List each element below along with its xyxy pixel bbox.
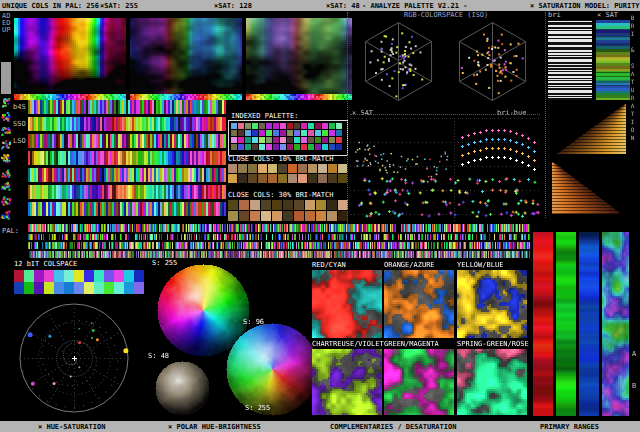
palette-tick-band (28, 224, 530, 258)
hue-sat-map-128 (130, 18, 242, 100)
saturation-stripes (596, 20, 630, 100)
sort-label-b4s: b4S (13, 103, 26, 111)
toolbar-icons[interactable] (1, 98, 12, 224)
sphere-label-48: S: 48 (148, 352, 169, 360)
comp-map-red-cyan (312, 270, 382, 338)
brightness-stripes (548, 20, 592, 100)
primary-ranges-plot (533, 232, 629, 416)
rgb-colorspace-iso-plot (352, 18, 540, 102)
complementaries-label: COMPLEMENTARIES / DESATURATION (330, 423, 456, 431)
comp-title-green-magenta: GREEN/MAGENTA (384, 340, 439, 348)
saturation-model-toggle[interactable]: × SATURATION MODEL: PURITY (530, 2, 640, 10)
up-button[interactable]: UP (2, 26, 10, 34)
analyze-palette-app: UNIQUE COLS IN PAL: 256 ×SAT: 255 ×SAT: … (0, 0, 640, 432)
sort-label-lso: LSO (13, 137, 26, 145)
bri-column-title: bri (548, 11, 561, 19)
divider-horizontal (350, 114, 540, 115)
primary-axis-a: A (632, 350, 636, 358)
bri-saturation-vertical-label: BRI & SATURATION (629, 14, 635, 219)
pal-label: PAL: (2, 227, 19, 235)
primary-ranges-label: PRIMARY RANGES (540, 423, 599, 431)
comp-map-green-magenta (384, 349, 454, 415)
sat-bri-hue-scatter (350, 118, 542, 222)
sorted-palette-bands (28, 100, 226, 219)
close-cols-10-swatches (228, 164, 348, 185)
colspace-12bit-grid (14, 270, 144, 294)
sort-label-sso: SSO (13, 120, 26, 128)
unique-cols-label: UNIQUE COLS IN PAL: 256 (2, 2, 99, 10)
top-bar: UNIQUE COLS IN PAL: 256 ×SAT: 255 ×SAT: … (0, 0, 640, 11)
comp-map-spring-green-rose (457, 349, 527, 415)
comp-title-red-cyan: RED/CYAN (312, 261, 346, 269)
sat-255-toggle[interactable]: ×SAT: 255 (100, 2, 138, 10)
sat-128-toggle[interactable]: ×SAT: 128 (214, 2, 252, 10)
comp-map-yellow-blue (457, 270, 527, 338)
close-cols-30-title: CLOSE COLS: 30% BRI-MATCH (228, 191, 333, 199)
comp-title-chartreuse-violet: CHARTREUSE/VIOLET (312, 340, 384, 348)
hue-sat-map-48 (246, 18, 358, 100)
comp-title-yellow-blue: YELLOW/BLUE (457, 261, 503, 269)
hue-brightness-sphere-48 (153, 360, 211, 416)
close-cols-30-swatches (228, 200, 348, 221)
indexed-palette-grid (230, 122, 344, 152)
comp-map-orange-azure (384, 270, 454, 338)
hue-saturation-toggle[interactable]: × HUE-SATURATION (38, 423, 105, 431)
sat-48-toggle[interactable]: ×SAT: 48 (326, 2, 360, 10)
divider-vertical-left (347, 12, 348, 224)
comp-title-orange-azure: ORANGE/AZURE (384, 261, 435, 269)
toolbar-swatch (1, 62, 11, 94)
hue-sat-map-255 (14, 18, 126, 100)
hue-saturation-polar-plot (8, 298, 142, 416)
colspace-title: 12 bIT COLSPACE (14, 260, 77, 268)
indexed-palette-title: INDEXED PALETTE: (231, 112, 298, 120)
close-cols-10-title: CLOSE COLS: 10% BRI-MATCH (228, 155, 333, 163)
bri-sat-wedges (548, 104, 630, 216)
polar-hue-brightness-toggle[interactable]: × POLAR HUE-BRIGHTNESS (168, 423, 261, 431)
hue-brightness-sphere-96 (224, 321, 320, 417)
comp-map-chartreuse-violet (312, 349, 382, 415)
divider-vertical-right (545, 12, 546, 218)
sphere-label-bottom: S: 255 (245, 404, 270, 412)
sat-column-title: × SAT (597, 11, 618, 19)
app-title: - ANALYZE PALETTE V2.21 - (362, 2, 467, 10)
primary-axis-b: B (632, 382, 636, 390)
bottom-bar: × HUE-SATURATION × POLAR HUE-BRIGHTNESS … (0, 421, 640, 432)
bri-hue-title: bri-hue (497, 109, 527, 117)
comp-title-spring-green-rose: SPRING-GREEN/ROSE (457, 340, 529, 348)
sat-scatter-title: × SAT (352, 109, 373, 117)
